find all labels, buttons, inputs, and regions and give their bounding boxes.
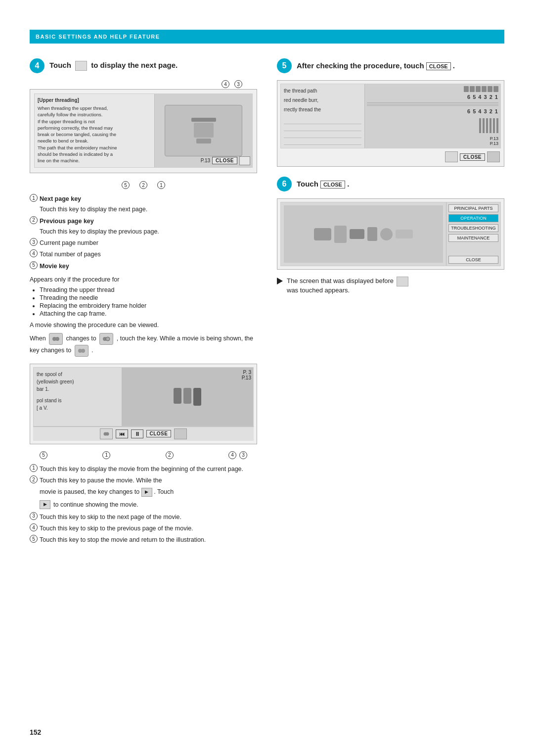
- step5-num-row2: 6 5 4 3 2 1: [467, 108, 498, 114]
- menu-operation[interactable]: OPERATION: [448, 214, 498, 222]
- movie-controls-bar: ⏮ ⏸ CLOSE: [33, 426, 254, 441]
- two-column-layout: 4 Touch to display the next page. 4 3: [30, 58, 504, 547]
- step6-header: 6 Touch CLOSE .: [277, 177, 504, 191]
- step5-bottom-bar: CLOSE: [280, 150, 501, 163]
- icon-movie: [75, 345, 89, 357]
- menu-close-btn[interactable]: CLOSE: [448, 256, 498, 264]
- movie-bottom-nums: 5 1 2 4 3: [30, 451, 257, 459]
- movie-desc-list: 1 Touch this key to display the movie fr…: [30, 464, 257, 546]
- movie-continue-note: ▶ to continue showing the movie.: [40, 500, 257, 510]
- play-icon-2: ▶: [40, 500, 50, 509]
- mn-4: 4: [228, 451, 236, 459]
- mn-2: 2: [166, 451, 174, 459]
- step5-header: 5 After checking the procedure, touch CL…: [277, 58, 504, 73]
- step5-close-btn[interactable]: CLOSE: [460, 153, 485, 161]
- mn-43: 4 3: [228, 451, 247, 459]
- step5-icon1: [445, 151, 458, 162]
- num-3-top: 3: [234, 80, 242, 88]
- step4-top-nums: 4 3: [30, 80, 257, 88]
- movie-icon-para: When changes to , touch the key. While a…: [30, 333, 257, 357]
- step5-grid-lines: [367, 102, 498, 106]
- icon-box-3: [75, 345, 89, 357]
- step5-screen-inner: the thread path red needle burr, rrectly…: [280, 84, 501, 148]
- step5-bottom: P.13P.13: [490, 136, 498, 146]
- play-icon: ▶: [141, 488, 152, 497]
- bullet-1: Threading the upper thread: [40, 286, 257, 293]
- final-icon: [397, 277, 408, 286]
- movie-rewind-btn[interactable]: ⏮: [116, 429, 128, 438]
- movie-illustration: P. 3P.13: [122, 368, 253, 426]
- desc-item-4: 4 Total number of pages: [30, 249, 257, 260]
- step4-bottom-nums: 5 2 1: [30, 181, 257, 189]
- right-column: 5 After checking the procedure, touch CL…: [277, 58, 504, 547]
- header-bar: BASIC SETTINGS AND HELP FEATURE: [30, 30, 504, 44]
- svg-point-5: [81, 349, 85, 353]
- num-2-b: 2: [139, 181, 147, 189]
- movie-pause-btn[interactable]: ⏸: [131, 429, 143, 438]
- movie-spool-icon[interactable]: [100, 428, 113, 439]
- movie-text: the spool of (yellowish green) bar 1. po…: [34, 368, 122, 426]
- step6-machine-inner: PRINCIPAL PARTS OPERATION TROUBLESHOOTIN…: [280, 202, 501, 266]
- svg-point-3: [106, 337, 110, 341]
- desc-item-2: 2 Previous page keyTouch this key to dis…: [30, 216, 257, 237]
- num-1-b: 1: [157, 181, 165, 189]
- step4-page-num: P.13: [201, 158, 210, 163]
- mn-1: 1: [102, 451, 110, 459]
- triangle-icon: [277, 278, 283, 284]
- icon-before: [49, 333, 63, 345]
- step6-circle: 6: [277, 177, 292, 191]
- movie-inner: the spool of (yellowish green) bar 1. po…: [33, 367, 254, 426]
- bullet-4: Attaching the cap frame.: [40, 310, 257, 317]
- desc-item-1: 1 Next page keyTouch this key to display…: [30, 194, 257, 215]
- movie-pause-note: movie is paused, the key changes to ▶ . …: [40, 487, 257, 497]
- movie-close-btn[interactable]: CLOSE: [146, 430, 172, 437]
- menu-troubleshooting[interactable]: TROUBLESHOOTING: [448, 224, 498, 232]
- step5-vert-lines: [479, 118, 498, 133]
- movie-home-btn[interactable]: [174, 428, 187, 439]
- menu-maintenance[interactable]: MAINTENANCE: [448, 234, 498, 242]
- mn-5: 5: [40, 451, 47, 459]
- movie-desc-4: 4 Touch this key to skip to the previous…: [30, 523, 257, 534]
- step4-close-btn[interactable]: CLOSE: [212, 157, 237, 164]
- left-column: 4 Touch to display the next page. 4 3: [30, 58, 257, 547]
- movie-screen: the spool of (yellowish green) bar 1. po…: [30, 364, 257, 444]
- step4-header: 4 Touch to display the next page.: [30, 58, 257, 73]
- movie-page-ref: P. 3P.13: [242, 370, 251, 380]
- step5-home-icon: [487, 151, 500, 162]
- step4-screen: [Upper threading] When threading the upp…: [30, 89, 257, 173]
- spool-illustration: [174, 388, 201, 406]
- step6-title: Touch CLOSE .: [297, 180, 349, 189]
- icon-box-1: [49, 333, 63, 345]
- step5-circle: 5: [277, 58, 292, 73]
- movie-desc-5: 5 Touch this key to stop the movie and r…: [30, 535, 257, 545]
- menu-principal-parts[interactable]: PRINCIPAL PARTS: [448, 204, 498, 212]
- movie-desc-1: 1 Touch this key to display the movie fr…: [30, 464, 257, 474]
- desc-item-5: 5 Movie key: [30, 261, 257, 272]
- page-number: 152: [30, 728, 41, 736]
- page-container: BASIC SETTINGS AND HELP FEATURE 4 Touch …: [0, 0, 534, 756]
- step6-screen: PRINCIPAL PARTS OPERATION TROUBLESHOOTIN…: [277, 198, 504, 270]
- appears-text: Appears only if the procedure for: [30, 275, 257, 284]
- bullet-2: Threading the needle: [40, 294, 257, 301]
- step4-title: Touch to display the next page.: [49, 61, 178, 71]
- step6-menu: PRINCIPAL PARTS OPERATION TROUBLESHOOTIN…: [446, 202, 500, 266]
- final-note-text: The screen that was displayed before was…: [287, 277, 409, 294]
- step6-close-badge: CLOSE: [320, 181, 345, 189]
- step4-icon: [75, 61, 87, 71]
- step5-page-ref: P.13P.13: [490, 136, 498, 146]
- mn-3: 3: [239, 451, 247, 459]
- icon-box-2: [99, 333, 113, 345]
- header-title: BASIC SETTINGS AND HELP FEATURE: [36, 34, 160, 40]
- step4-home-icon: [239, 156, 250, 165]
- step6-machine-main: [281, 202, 446, 266]
- step5-num-row1: 6 5 4 3 2 1: [467, 94, 498, 100]
- svg-point-7: [105, 432, 109, 435]
- icon-after: [99, 333, 113, 345]
- step5-screen-labels: the thread path red needle burr, rrectly…: [281, 84, 364, 148]
- para1: A movie showing the procedure can be vie…: [30, 320, 257, 330]
- desc-item-3: 3 Current page number: [30, 238, 257, 248]
- step4-desc-list: 1 Next page keyTouch this key to display…: [30, 194, 257, 272]
- num-5-b: 5: [122, 181, 130, 189]
- step4-screen-text: [Upper threading] When threading the upp…: [35, 94, 120, 167]
- header-divider: [164, 37, 494, 37]
